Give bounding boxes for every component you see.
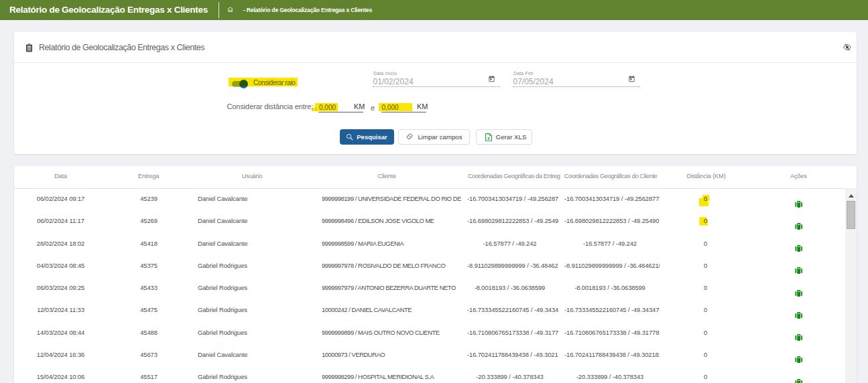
svg-text:x: x [487, 135, 490, 140]
